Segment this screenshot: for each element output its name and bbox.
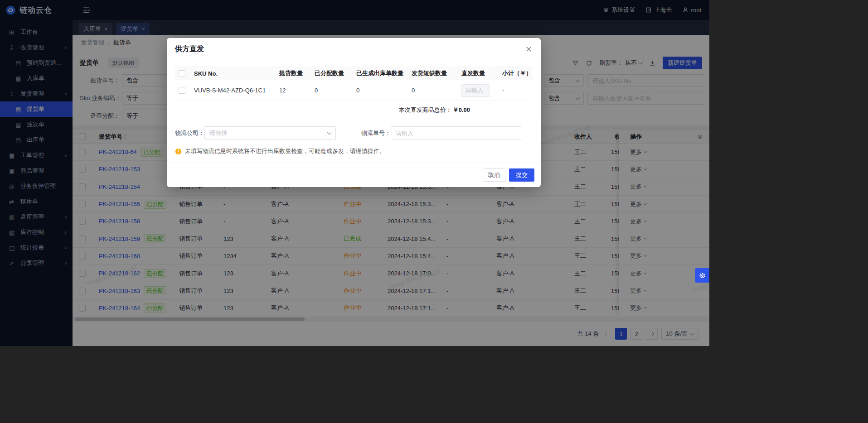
modal-header: 供方直发 [167,38,541,58]
modal-table-row: VUVB-S-M42-AZD-Q6-1C112000- [175,80,533,101]
modal-column-header: 已生成出库单数量 [351,67,406,80]
modal-table-cell: - [497,80,537,101]
total-price-label: 本次直发商品总价： [399,106,452,114]
sku-cell: VUVB-S-M42-AZD-Q6-1C1 [189,80,274,101]
modal-column-header: 小计（￥） [497,67,537,80]
total-price-value: ￥0.00 [453,106,470,114]
modal-column-header: 直发数量 [456,67,497,80]
modal-column-header: SKU No. [189,67,274,80]
modal-title: 供方直发 [175,44,204,54]
modal-select-all-checkbox[interactable] [179,70,185,77]
modal-table-cell: 0 [351,80,406,101]
modal-table-cell: 12 [274,80,309,101]
direct-qty-input[interactable] [461,84,490,97]
modal-column-header: 提货数量 [274,67,309,80]
submit-button[interactable]: 提交 [509,168,534,182]
modal-body: SKU No.提货数量已分配数量已生成出库单数量发货短缺数量直发数量小计（￥） … [167,58,541,155]
logistics-form: 物流公司： 请选择 物流单号： [175,126,533,140]
modal-column-header [175,67,189,80]
warning-text: 未填写物流信息时系统将不进行出库数量检查，可能造成多发，请谨慎操作。 [185,147,385,155]
select-placeholder: 请选择 [209,129,227,137]
direct-qty-cell [456,80,497,101]
settings-drawer-button[interactable] [695,268,709,283]
close-icon[interactable] [525,45,533,53]
warning-icon [175,148,182,155]
screen: 链动云仓 系统设置 上海仓 root ⊞工作台⇩收货管理∧▤预约到货通知单▤入库… [0,0,868,423]
warning-row: 未填写物流信息时系统将不进行出库数量检查，可能造成多发，请谨慎操作。 [175,147,533,155]
modal-table-cell [175,80,189,101]
modal-column-header: 已分配数量 [309,67,351,80]
modal-table-cell: 0 [309,80,351,101]
modal-table-cell: 0 [406,80,456,101]
cancel-button[interactable]: 取消 [483,168,505,182]
logistics-no-label: 物流单号： [361,129,391,137]
direct-ship-modal: 供方直发 SKU No.提货数量已分配数量已生成出库单数量发货短缺数量直发数量小… [167,38,541,187]
total-price-row: 本次直发商品总价： ￥0.00 [175,101,533,119]
logistics-no-input[interactable] [391,126,521,140]
modal-column-header: 发货短缺数量 [406,67,456,80]
logistics-company-select[interactable]: 请选择 [204,126,336,140]
chevron-down-icon [327,130,332,135]
modal-row-checkbox[interactable] [179,87,185,94]
modal-footer: 取消 提交 [167,163,541,187]
logistics-company-label: 物流公司： [175,129,204,137]
modal-table-header: SKU No.提货数量已分配数量已生成出库单数量发货短缺数量直发数量小计（￥） [175,67,533,80]
gear-icon [698,272,706,279]
